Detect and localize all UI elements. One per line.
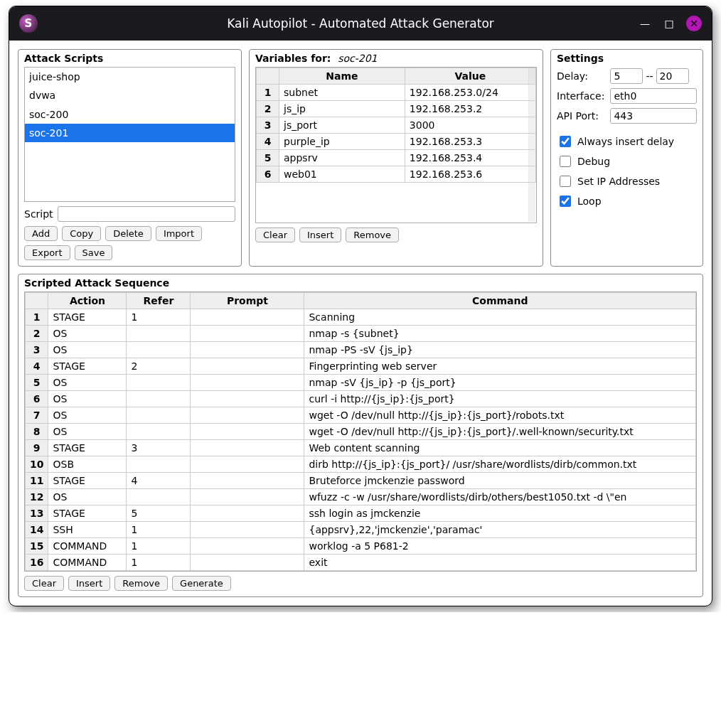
seq-command[interactable]: Fingerprinting web server [304,358,696,375]
seq-prompt[interactable] [191,522,304,538]
var-value[interactable]: 192.168.253.0/24 [405,85,535,101]
seq-prompt[interactable] [191,489,304,505]
seq-refer[interactable]: 3 [127,440,191,456]
seq-command[interactable]: worklog -a 5 P681-2 [304,538,696,555]
set-ip-checkbox[interactable] [560,176,571,187]
table-row[interactable]: 4STAGE2Fingerprinting web server [26,358,696,375]
list-item[interactable]: juice-shop [25,68,235,86]
table-row[interactable]: 8OSwget -O /dev/null http://{js_ip}:{js_… [26,424,696,440]
seq-refer[interactable] [127,407,191,424]
seq-refer[interactable]: 5 [127,505,191,522]
table-row[interactable]: 2OSnmap -s {subnet} [26,326,696,342]
delete-button[interactable]: Delete [105,226,151,241]
close-icon[interactable]: ✕ [686,16,702,31]
sequence-table[interactable]: Action Refer Prompt Command 1STAGE1Scann… [25,292,696,571]
seq-action[interactable]: OS [48,424,127,440]
always-delay-checkbox[interactable] [560,136,571,147]
seq-action[interactable]: OS [48,407,127,424]
var-value[interactable]: 192.168.253.6 [405,166,535,183]
table-row[interactable]: 14SSH1{appsrv},22,'jmckenzie','paramac' [26,522,696,538]
table-row[interactable]: 15COMMAND1worklog -a 5 P681-2 [26,538,696,555]
seq-refer[interactable] [127,456,191,473]
table-row[interactable]: 2js_ip192.168.253.2 [257,101,536,117]
table-row[interactable]: 5OSnmap -sV {js_ip} -p {js_port} [26,375,696,391]
seq-prompt[interactable] [191,440,304,456]
seq-command[interactable]: wget -O /dev/null http://{js_ip}:{js_por… [304,424,696,440]
var-name[interactable]: web01 [279,166,405,183]
seq-command[interactable]: nmap -sV {js_ip} -p {js_port} [304,375,696,391]
table-row[interactable]: 9STAGE3Web content scanning [26,440,696,456]
table-row[interactable]: 6OScurl -i http://{js_ip}:{js_port} [26,391,696,407]
seq-command[interactable]: Scanning [304,309,696,326]
seq-action[interactable]: COMMAND [48,555,127,571]
export-button[interactable]: Export [24,245,70,260]
seq-command[interactable]: wfuzz -c -w /usr/share/wordlists/dirb/ot… [304,489,696,505]
seq-prompt[interactable] [191,358,304,375]
seq-prompt[interactable] [191,326,304,342]
var-name[interactable]: js_ip [279,101,405,117]
vars-clear-button[interactable]: Clear [255,228,295,242]
table-row[interactable]: 6web01192.168.253.6 [257,166,536,183]
table-row[interactable]: 3OSnmap -PS -sV {js_ip} [26,342,696,358]
seq-prompt[interactable] [191,375,304,391]
always-delay-check[interactable]: Always insert delay [557,134,697,149]
table-row[interactable]: 11STAGE4Bruteforce jmckenzie password [26,473,696,489]
import-button[interactable]: Import [156,226,202,241]
seq-prompt[interactable] [191,309,304,326]
seq-action[interactable]: OS [48,342,127,358]
seq-action[interactable]: STAGE [48,358,127,375]
table-row[interactable]: 4purple_ip192.168.253.3 [257,134,536,150]
seq-command[interactable]: nmap -s {subnet} [304,326,696,342]
seq-refer[interactable] [127,424,191,440]
interface-input[interactable] [610,88,697,104]
variables-table[interactable]: Name Value 1subnet192.168.253.0/242js_ip… [256,68,536,183]
var-value[interactable]: 192.168.253.3 [405,134,535,150]
seq-action[interactable]: OS [48,489,127,505]
script-name-input[interactable] [58,206,235,222]
seq-prompt[interactable] [191,456,304,473]
seq-action[interactable]: OSB [48,456,127,473]
seq-action[interactable]: OS [48,375,127,391]
table-row[interactable]: 1STAGE1Scanning [26,309,696,326]
seq-refer[interactable] [127,391,191,407]
loop-checkbox[interactable] [560,196,571,207]
list-item[interactable]: dvwa [25,86,235,105]
delay-min-input[interactable] [610,68,643,84]
seq-prompt[interactable] [191,424,304,440]
seq-refer[interactable]: 1 [127,522,191,538]
api-port-input[interactable] [610,108,697,124]
seq-command[interactable]: curl -i http://{js_ip}:{js_port} [304,391,696,407]
seq-remove-button[interactable]: Remove [114,576,168,591]
var-name[interactable]: subnet [279,85,405,101]
seq-command[interactable]: ssh login as jmckenzie [304,505,696,522]
seq-prompt[interactable] [191,538,304,555]
table-row[interactable]: 10OSBdirb http://{js_ip}:{js_port}/ /usr… [26,456,696,473]
seq-insert-button[interactable]: Insert [68,576,110,591]
seq-prompt[interactable] [191,342,304,358]
seq-action[interactable]: STAGE [48,473,127,489]
save-button[interactable]: Save [75,245,113,260]
seq-refer[interactable] [127,375,191,391]
table-row[interactable]: 1subnet192.168.253.0/24 [257,85,536,101]
list-item[interactable]: soc-200 [25,105,235,124]
seq-action[interactable]: COMMAND [48,538,127,555]
debug-checkbox[interactable] [560,156,571,167]
seq-refer[interactable] [127,489,191,505]
table-row[interactable]: 7OSwget -O /dev/null http://{js_ip}:{js_… [26,407,696,424]
seq-action[interactable]: OS [48,391,127,407]
vars-remove-button[interactable]: Remove [346,228,399,242]
loop-check[interactable]: Loop [557,193,697,209]
set-ip-check[interactable]: Set IP Addresses [557,173,697,189]
seq-action[interactable]: STAGE [48,309,127,326]
seq-prompt[interactable] [191,505,304,522]
table-row[interactable]: 12OSwfuzz -c -w /usr/share/wordlists/dir… [26,489,696,505]
seq-refer[interactable]: 1 [127,538,191,555]
var-value[interactable]: 192.168.253.4 [405,150,535,166]
minimize-icon[interactable]: — [638,16,652,31]
seq-prompt[interactable] [191,555,304,571]
seq-refer[interactable]: 1 [127,309,191,326]
seq-action[interactable]: STAGE [48,440,127,456]
table-row[interactable]: 3js_port3000 [257,117,536,134]
add-button[interactable]: Add [24,226,58,241]
seq-prompt[interactable] [191,391,304,407]
